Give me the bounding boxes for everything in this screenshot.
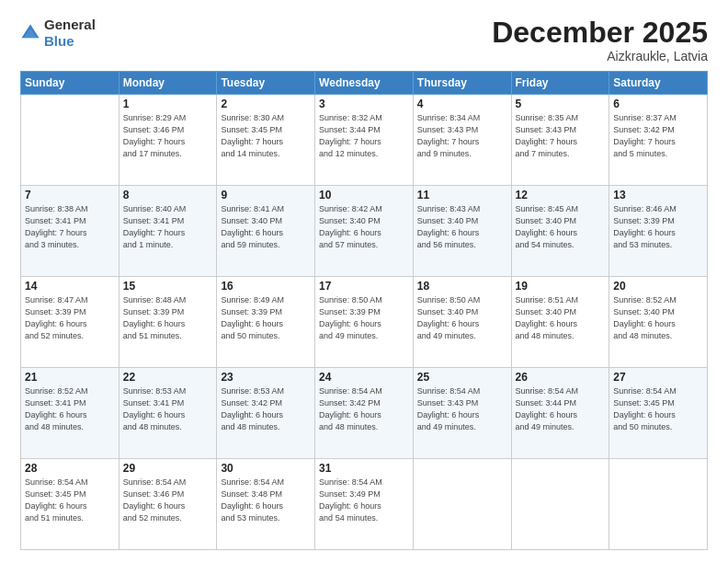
calendar-cell: 2Sunrise: 8:30 AM Sunset: 3:45 PM Daylig… xyxy=(217,95,315,186)
day-info: Sunrise: 8:54 AM Sunset: 3:45 PM Dayligh… xyxy=(25,477,115,524)
day-number: 28 xyxy=(25,462,115,475)
day-number: 17 xyxy=(319,280,409,293)
day-number: 23 xyxy=(221,371,311,384)
day-info: Sunrise: 8:54 AM Sunset: 3:46 PM Dayligh… xyxy=(123,477,213,524)
day-number: 14 xyxy=(25,280,115,293)
day-number: 10 xyxy=(319,189,409,201)
day-info: Sunrise: 8:52 AM Sunset: 3:41 PM Dayligh… xyxy=(25,385,115,433)
weekday-header: Thursday xyxy=(413,72,511,95)
day-number: 30 xyxy=(221,462,311,475)
calendar-cell: 25Sunrise: 8:54 AM Sunset: 3:43 PM Dayli… xyxy=(413,368,511,459)
month-title: December 2025 xyxy=(492,17,708,49)
day-number: 24 xyxy=(319,371,409,384)
location: Aizkraukle, Latvia xyxy=(492,49,708,63)
day-number: 1 xyxy=(123,98,213,110)
calendar-cell: 26Sunrise: 8:54 AM Sunset: 3:44 PM Dayli… xyxy=(511,368,609,459)
day-info: Sunrise: 8:29 AM Sunset: 3:46 PM Dayligh… xyxy=(123,112,213,160)
day-number: 20 xyxy=(613,280,703,293)
calendar-cell xyxy=(609,459,708,550)
day-number: 18 xyxy=(417,280,507,293)
calendar-cell: 14Sunrise: 8:47 AM Sunset: 3:39 PM Dayli… xyxy=(21,277,119,368)
day-info: Sunrise: 8:38 AM Sunset: 3:41 PM Dayligh… xyxy=(25,203,115,251)
calendar-cell: 7Sunrise: 8:38 AM Sunset: 3:41 PM Daylig… xyxy=(21,186,119,277)
day-number: 8 xyxy=(123,189,213,201)
calendar-week-row: 21Sunrise: 8:52 AM Sunset: 3:41 PM Dayli… xyxy=(21,368,708,459)
day-number: 5 xyxy=(516,98,606,110)
day-info: Sunrise: 8:48 AM Sunset: 3:39 PM Dayligh… xyxy=(123,294,213,342)
day-info: Sunrise: 8:54 AM Sunset: 3:44 PM Dayligh… xyxy=(516,385,606,433)
day-number: 26 xyxy=(516,371,606,384)
header: General Blue December 2025 Aizkraukle, L… xyxy=(20,17,708,63)
day-info: Sunrise: 8:41 AM Sunset: 3:40 PM Dayligh… xyxy=(221,203,311,251)
day-number: 11 xyxy=(417,189,507,201)
weekday-header: Tuesday xyxy=(217,72,315,95)
calendar-cell: 13Sunrise: 8:46 AM Sunset: 3:39 PM Dayli… xyxy=(609,186,708,277)
day-info: Sunrise: 8:49 AM Sunset: 3:39 PM Dayligh… xyxy=(221,294,311,342)
calendar-cell: 19Sunrise: 8:51 AM Sunset: 3:40 PM Dayli… xyxy=(511,277,609,368)
weekday-header: Monday xyxy=(119,72,217,95)
day-info: Sunrise: 8:43 AM Sunset: 3:40 PM Dayligh… xyxy=(417,203,507,251)
calendar-cell: 11Sunrise: 8:43 AM Sunset: 3:40 PM Dayli… xyxy=(413,186,511,277)
calendar-cell: 20Sunrise: 8:52 AM Sunset: 3:40 PM Dayli… xyxy=(609,277,708,368)
day-info: Sunrise: 8:54 AM Sunset: 3:45 PM Dayligh… xyxy=(613,385,703,433)
day-number: 13 xyxy=(613,189,703,201)
day-info: Sunrise: 8:54 AM Sunset: 3:42 PM Dayligh… xyxy=(319,385,409,433)
calendar-cell: 30Sunrise: 8:54 AM Sunset: 3:48 PM Dayli… xyxy=(217,459,315,550)
calendar-week-row: 28Sunrise: 8:54 AM Sunset: 3:45 PM Dayli… xyxy=(21,459,708,550)
calendar-week-row: 7Sunrise: 8:38 AM Sunset: 3:41 PM Daylig… xyxy=(21,186,708,277)
calendar-cell xyxy=(413,459,511,550)
calendar-cell: 15Sunrise: 8:48 AM Sunset: 3:39 PM Dayli… xyxy=(119,277,217,368)
calendar-cell: 1Sunrise: 8:29 AM Sunset: 3:46 PM Daylig… xyxy=(119,95,217,186)
day-info: Sunrise: 8:32 AM Sunset: 3:44 PM Dayligh… xyxy=(319,112,409,160)
day-info: Sunrise: 8:35 AM Sunset: 3:43 PM Dayligh… xyxy=(516,112,606,160)
day-info: Sunrise: 8:34 AM Sunset: 3:43 PM Dayligh… xyxy=(417,112,507,160)
day-number: 2 xyxy=(221,98,311,110)
calendar-cell: 8Sunrise: 8:40 AM Sunset: 3:41 PM Daylig… xyxy=(119,186,217,277)
calendar-cell xyxy=(21,95,119,186)
calendar-cell: 23Sunrise: 8:53 AM Sunset: 3:42 PM Dayli… xyxy=(217,368,315,459)
calendar-table: SundayMondayTuesdayWednesdayThursdayFrid… xyxy=(20,71,708,550)
calendar-week-row: 14Sunrise: 8:47 AM Sunset: 3:39 PM Dayli… xyxy=(21,277,708,368)
calendar-cell: 10Sunrise: 8:42 AM Sunset: 3:40 PM Dayli… xyxy=(315,186,414,277)
calendar-cell: 24Sunrise: 8:54 AM Sunset: 3:42 PM Dayli… xyxy=(315,368,414,459)
calendar-cell: 12Sunrise: 8:45 AM Sunset: 3:40 PM Dayli… xyxy=(511,186,609,277)
day-number: 9 xyxy=(221,189,311,201)
calendar-cell xyxy=(511,459,609,550)
day-info: Sunrise: 8:37 AM Sunset: 3:42 PM Dayligh… xyxy=(613,112,703,160)
calendar-cell: 16Sunrise: 8:49 AM Sunset: 3:39 PM Dayli… xyxy=(217,277,315,368)
calendar-cell: 29Sunrise: 8:54 AM Sunset: 3:46 PM Dayli… xyxy=(119,459,217,550)
day-number: 22 xyxy=(123,371,213,384)
calendar-week-row: 1Sunrise: 8:29 AM Sunset: 3:46 PM Daylig… xyxy=(21,95,708,186)
calendar-cell: 3Sunrise: 8:32 AM Sunset: 3:44 PM Daylig… xyxy=(315,95,414,186)
title-area: December 2025 Aizkraukle, Latvia xyxy=(492,17,708,63)
calendar-cell: 21Sunrise: 8:52 AM Sunset: 3:41 PM Dayli… xyxy=(21,368,119,459)
day-info: Sunrise: 8:54 AM Sunset: 3:48 PM Dayligh… xyxy=(221,477,311,524)
weekday-header: Wednesday xyxy=(315,72,414,95)
day-number: 27 xyxy=(613,371,703,384)
day-info: Sunrise: 8:47 AM Sunset: 3:39 PM Dayligh… xyxy=(25,294,115,342)
calendar-cell: 17Sunrise: 8:50 AM Sunset: 3:39 PM Dayli… xyxy=(315,277,414,368)
calendar-cell: 27Sunrise: 8:54 AM Sunset: 3:45 PM Dayli… xyxy=(609,368,708,459)
weekday-header: Sunday xyxy=(21,72,119,95)
day-info: Sunrise: 8:54 AM Sunset: 3:43 PM Dayligh… xyxy=(417,385,507,433)
day-number: 6 xyxy=(613,98,703,110)
calendar-cell: 9Sunrise: 8:41 AM Sunset: 3:40 PM Daylig… xyxy=(217,186,315,277)
logo-icon xyxy=(20,23,40,43)
day-info: Sunrise: 8:45 AM Sunset: 3:40 PM Dayligh… xyxy=(516,203,606,251)
calendar-cell: 18Sunrise: 8:50 AM Sunset: 3:40 PM Dayli… xyxy=(413,277,511,368)
day-info: Sunrise: 8:53 AM Sunset: 3:41 PM Dayligh… xyxy=(123,385,213,433)
calendar-cell: 4Sunrise: 8:34 AM Sunset: 3:43 PM Daylig… xyxy=(413,95,511,186)
weekday-header: Saturday xyxy=(609,72,708,95)
day-info: Sunrise: 8:30 AM Sunset: 3:45 PM Dayligh… xyxy=(221,112,311,160)
day-info: Sunrise: 8:46 AM Sunset: 3:39 PM Dayligh… xyxy=(613,203,703,251)
day-number: 12 xyxy=(516,189,606,201)
header-row: SundayMondayTuesdayWednesdayThursdayFrid… xyxy=(21,72,708,95)
calendar-cell: 5Sunrise: 8:35 AM Sunset: 3:43 PM Daylig… xyxy=(511,95,609,186)
day-info: Sunrise: 8:42 AM Sunset: 3:40 PM Dayligh… xyxy=(319,203,409,251)
day-number: 31 xyxy=(319,462,409,475)
calendar-cell: 22Sunrise: 8:53 AM Sunset: 3:41 PM Dayli… xyxy=(119,368,217,459)
day-info: Sunrise: 8:50 AM Sunset: 3:40 PM Dayligh… xyxy=(417,294,507,342)
day-number: 19 xyxy=(516,280,606,293)
day-info: Sunrise: 8:53 AM Sunset: 3:42 PM Dayligh… xyxy=(221,385,311,433)
day-info: Sunrise: 8:54 AM Sunset: 3:49 PM Dayligh… xyxy=(319,477,409,524)
